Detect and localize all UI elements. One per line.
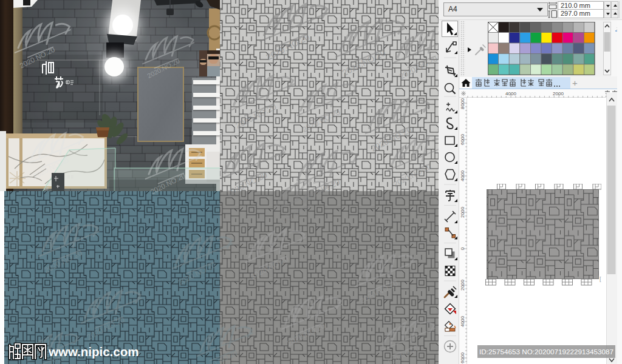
svg-text:4000: 4000 [505,91,516,96]
svg-text:2000: 2000 [460,207,465,218]
svg-text:2000: 2000 [460,280,465,291]
svg-text:4000: 4000 [460,170,465,181]
svg-text:0: 0 [460,247,465,250]
svg-text:4000: 4000 [460,316,465,327]
svg-text:8000: 8000 [460,98,465,109]
svg-text:6000: 6000 [460,134,465,145]
svg-text:6000: 6000 [460,352,465,363]
svg-text:LIT: LIT [44,187,49,190]
svg-text:www.nipic.com: www.nipic.com [48,345,138,359]
svg-text:2000: 2000 [553,91,564,96]
